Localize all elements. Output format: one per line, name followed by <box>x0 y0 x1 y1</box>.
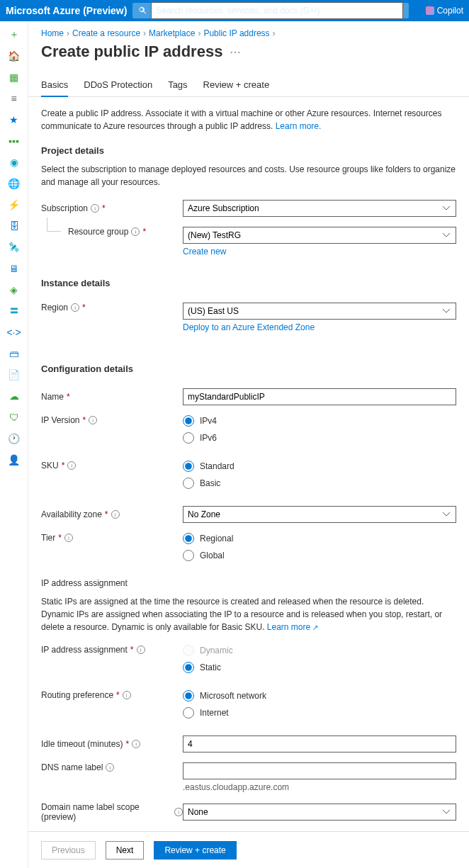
az-label: Availability zone <box>41 509 102 519</box>
title-row: Create public IP address ⋯ <box>28 40 469 67</box>
dynamic-radio: Dynamic <box>183 645 456 656</box>
info-icon[interactable]: i <box>64 534 73 542</box>
tab-tags[interactable]: Tags <box>168 79 187 96</box>
domain-scope-select[interactable]: None <box>183 804 456 821</box>
routing-internet-radio[interactable]: Internet <box>183 707 456 718</box>
add-icon[interactable]: ＋ <box>8 28 21 41</box>
info-icon[interactable]: i <box>71 303 79 312</box>
tab-bar: Basics DDoS Protection Tags Review + cre… <box>28 67 469 97</box>
bc-publicip[interactable]: Public IP address <box>203 28 269 38</box>
extended-zone-link[interactable]: Deploy to an Azure Extended Zone <box>183 322 315 332</box>
region-select[interactable]: (US) East US <box>183 303 456 320</box>
tab-review[interactable]: Review + create <box>203 79 270 96</box>
routing-row: Routing preference * i Microsoft network… <box>41 690 456 718</box>
loadbalancer-icon[interactable]: 〓 <box>8 305 21 317</box>
review-create-button[interactable]: Review + create <box>154 841 236 859</box>
ipversion-label: IP Version <box>41 415 79 425</box>
top-bar: Microsoft Azure (Preview) Copilot <box>0 0 469 21</box>
info-icon[interactable]: i <box>91 204 99 213</box>
az-row: Availability zone * i No Zone <box>41 506 456 523</box>
apps-icon[interactable]: ▪▪▪ <box>8 135 21 147</box>
info-icon[interactable]: i <box>67 461 76 470</box>
ipv4-radio[interactable]: IPv4 <box>183 415 456 427</box>
list-icon[interactable]: ≡ <box>8 92 21 105</box>
left-rail: ＋ 🏠 ▦ ≡ ★ ▪▪▪ ◉ 🌐 ⚡ 🗄 🛰 🖥 ◈ 〓 <·> 🗃 📄 ☁ … <box>0 21 28 868</box>
global-search[interactable] <box>132 3 409 18</box>
name-label: Name <box>41 392 64 402</box>
bc-home[interactable]: Home <box>41 28 64 38</box>
az-select[interactable]: No Zone <box>183 506 456 523</box>
sku-label: SKU <box>41 461 59 470</box>
dns-label: DNS name label <box>41 762 103 772</box>
info-icon[interactable]: i <box>89 416 97 424</box>
info-icon[interactable]: i <box>123 691 131 699</box>
info-icon[interactable]: i <box>174 808 183 816</box>
home-icon[interactable]: 🏠 <box>8 50 21 62</box>
cloud-icon[interactable]: ☁ <box>8 390 21 402</box>
dns-input[interactable] <box>183 762 456 779</box>
brand: Microsoft Azure (Preview) <box>6 5 127 16</box>
create-new-link[interactable]: Create new <box>183 247 226 257</box>
resource-group-row: Resource group i * (New) TestRG Create n… <box>41 227 456 257</box>
info-icon[interactable]: i <box>131 227 140 236</box>
search-icon <box>138 6 147 15</box>
instance-heading: Instance details <box>41 278 456 288</box>
tab-basics[interactable]: Basics <box>41 79 68 97</box>
next-button[interactable]: Next <box>106 841 145 859</box>
routing-label: Routing preference <box>41 690 113 700</box>
bc-marketplace[interactable]: Marketplace <box>149 28 195 38</box>
dns-row: DNS name label i .eastus.cloudapp.azure.… <box>41 762 456 792</box>
region-label: Region <box>41 303 68 312</box>
clock-icon[interactable]: 🕐 <box>8 432 21 445</box>
code-icon[interactable]: <·> <box>8 326 21 339</box>
main-panel: Home› Create a resource› Marketplace› Pu… <box>28 21 469 868</box>
dashboard-icon[interactable]: ▦ <box>8 71 21 84</box>
tier-global-radio[interactable]: Global <box>183 550 456 561</box>
tab-ddos[interactable]: DDoS Protection <box>84 79 152 96</box>
tier-regional-radio[interactable]: Regional <box>183 533 456 544</box>
database-icon[interactable]: 🗄 <box>8 220 21 232</box>
form-content: Create a public IP address. Associate it… <box>28 97 469 868</box>
idle-input[interactable] <box>183 735 456 753</box>
idle-row: Idle timeout (minutes) * i <box>41 735 456 753</box>
subscription-row: Subscription i * Azure Subscription <box>41 200 456 217</box>
sku-basic-radio[interactable]: Basic <box>183 478 456 489</box>
learn-more-link[interactable]: Learn more. <box>276 121 322 131</box>
vnet-icon[interactable]: ◈ <box>8 283 21 296</box>
ipversion-row: IP Version * i IPv4 IPv6 <box>41 415 456 444</box>
function-icon[interactable]: ◉ <box>8 156 21 169</box>
shield-icon[interactable]: 🛡 <box>8 411 21 424</box>
search-input[interactable] <box>151 2 403 19</box>
orbit-icon[interactable]: 🛰 <box>8 241 21 254</box>
storage-icon[interactable]: 🗃 <box>8 347 21 360</box>
subscription-select[interactable]: Azure Subscription <box>183 200 456 217</box>
wizard-footer: Previous Next Review + create <box>28 831 469 868</box>
globe-icon[interactable]: 🌐 <box>8 177 21 190</box>
assignment-label: IP address assignment <box>41 645 128 655</box>
tier-row: Tier * i Regional Global <box>41 533 456 561</box>
info-icon[interactable]: i <box>111 510 120 519</box>
monitor-icon[interactable]: 🖥 <box>8 262 21 275</box>
resource-group-select[interactable]: (New) TestRG <box>183 227 456 244</box>
tier-label: Tier <box>41 533 55 543</box>
sku-standard-radio[interactable]: Standard <box>183 461 456 472</box>
static-radio[interactable]: Static <box>183 662 456 673</box>
more-icon[interactable]: ⋯ <box>230 45 241 59</box>
assignment-learn-more[interactable]: Learn more <box>267 622 318 632</box>
policy-icon[interactable]: 📄 <box>8 368 21 381</box>
routing-ms-radio[interactable]: Microsoft network <box>183 690 456 701</box>
bolt-icon[interactable]: ⚡ <box>8 198 21 211</box>
person-icon[interactable]: 👤 <box>8 453 21 466</box>
config-heading: Configuration details <box>41 363 456 374</box>
info-icon[interactable]: i <box>106 763 114 772</box>
info-icon[interactable]: i <box>132 740 140 748</box>
copilot-button[interactable]: Copilot <box>426 6 463 16</box>
domain-scope-row: Domain name label scope (preview) i None <box>41 802 456 822</box>
bc-create[interactable]: Create a resource <box>72 28 140 38</box>
ipv6-radio[interactable]: IPv6 <box>183 432 456 444</box>
region-row: Region i * (US) East US Deploy to an Azu… <box>41 303 456 332</box>
favorites-icon[interactable]: ★ <box>8 113 21 126</box>
rg-label: Resource group <box>68 227 128 237</box>
info-icon[interactable]: i <box>137 646 145 654</box>
name-input[interactable] <box>183 388 456 405</box>
